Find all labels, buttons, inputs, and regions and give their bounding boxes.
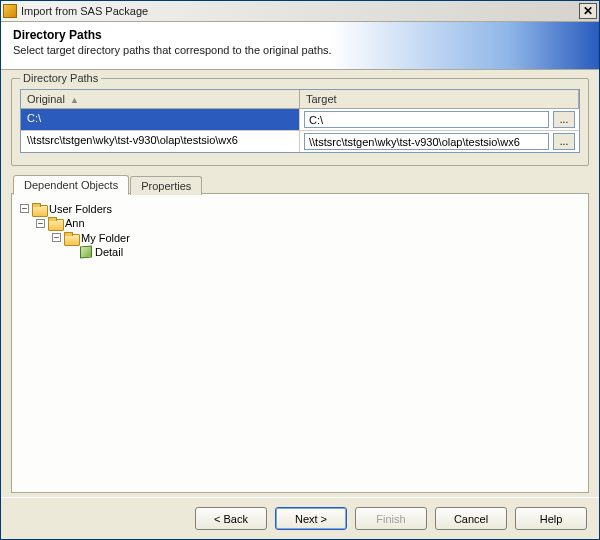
browse-button[interactable]: ... — [553, 111, 575, 128]
titlebar: Import from SAS Package ✕ — [1, 1, 599, 22]
tree-label: User Folders — [49, 203, 112, 215]
collapse-icon[interactable]: − — [36, 219, 45, 228]
tree-node-my-folder[interactable]: − My Folder — [52, 232, 130, 244]
object-tree: − User Folders − Ann — [18, 201, 582, 258]
target-path-input[interactable] — [304, 133, 549, 150]
help-button[interactable]: Help — [515, 507, 587, 530]
collapse-icon[interactable]: − — [52, 233, 61, 242]
tabs-area: Dependent Objects Properties − User Fold… — [11, 174, 589, 493]
wizard-header: Directory Paths Select target directory … — [1, 22, 599, 70]
browse-button[interactable]: ... — [553, 133, 575, 150]
tree-node-detail[interactable]: · Detail — [68, 246, 123, 258]
folder-icon — [48, 217, 62, 229]
finish-button: Finish — [355, 507, 427, 530]
tree-label: Detail — [95, 246, 123, 258]
window-title: Import from SAS Package — [21, 5, 579, 17]
close-button[interactable]: ✕ — [579, 3, 597, 19]
column-header-target[interactable]: Target — [300, 90, 579, 108]
target-path-cell: ... — [300, 131, 579, 152]
original-path-cell: C:\ — [21, 109, 300, 130]
column-header-original[interactable]: Original ▲ — [21, 90, 300, 108]
table-row[interactable]: \\tstsrc\tstgen\wky\tst-v930\olap\testsi… — [21, 131, 579, 152]
table-row[interactable]: C:\ ... — [21, 109, 579, 131]
content-area: Directory Paths Original ▲ Target C:\ ..… — [1, 70, 599, 497]
tab-panel-dependent-objects: − User Folders − Ann — [11, 193, 589, 493]
collapse-icon[interactable]: − — [20, 204, 29, 213]
page-title: Directory Paths — [13, 28, 587, 42]
sort-ascending-icon: ▲ — [70, 95, 79, 105]
target-path-input[interactable] — [304, 111, 549, 128]
tab-dependent-objects[interactable]: Dependent Objects — [13, 175, 129, 195]
wizard-button-row: < Back Next > Finish Cancel Help — [1, 497, 599, 539]
tree-node-ann[interactable]: − Ann — [36, 217, 85, 229]
next-button[interactable]: Next > — [275, 507, 347, 530]
tab-properties[interactable]: Properties — [130, 176, 202, 195]
folder-icon — [64, 232, 78, 244]
page-subtitle: Select target directory paths that corre… — [13, 44, 587, 56]
back-button[interactable]: < Back — [195, 507, 267, 530]
original-path-cell: \\tstsrc\tstgen\wky\tst-v930\olap\testsi… — [21, 131, 300, 152]
folder-icon — [32, 203, 46, 215]
spacer — [20, 153, 580, 157]
directory-paths-table: Original ▲ Target C:\ ... \\tstsrc\tstge… — [20, 89, 580, 153]
app-icon — [3, 4, 17, 18]
tree-label: My Folder — [81, 232, 130, 244]
cube-icon — [80, 246, 92, 259]
dialog-window: Import from SAS Package ✕ Directory Path… — [0, 0, 600, 540]
tree-label: Ann — [65, 217, 85, 229]
tree-node-user-folders[interactable]: − User Folders — [20, 203, 112, 215]
directory-paths-group: Directory Paths Original ▲ Target C:\ ..… — [11, 78, 589, 166]
table-header-row: Original ▲ Target — [21, 90, 579, 109]
tab-strip: Dependent Objects Properties — [11, 174, 589, 194]
target-path-cell: ... — [300, 109, 579, 130]
cancel-button[interactable]: Cancel — [435, 507, 507, 530]
directory-paths-legend: Directory Paths — [20, 72, 101, 84]
